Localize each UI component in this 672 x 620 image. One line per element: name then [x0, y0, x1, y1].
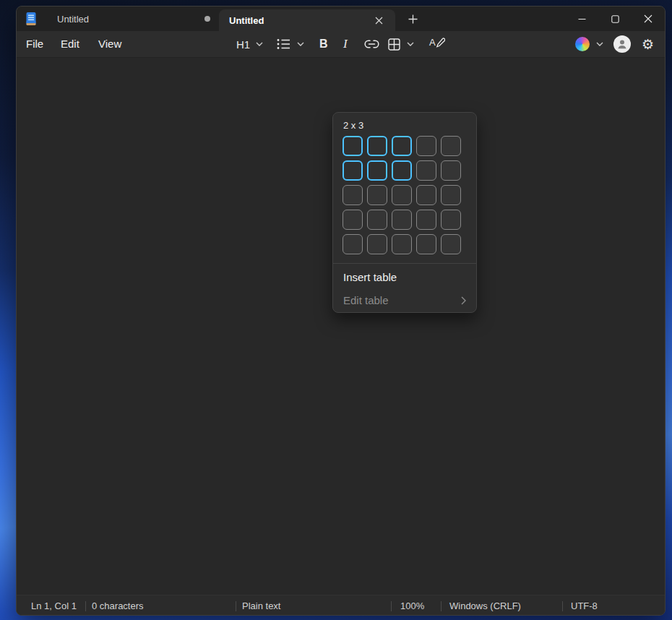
table-size-label: 2 x 3	[343, 120, 363, 131]
status-encoding[interactable]: UTF-8	[571, 595, 598, 616]
status-divider	[85, 601, 86, 611]
dropdown-divider	[333, 263, 476, 264]
close-button[interactable]	[632, 7, 665, 31]
table-size-cell[interactable]	[441, 185, 461, 205]
table-size-cell[interactable]	[416, 185, 436, 205]
bulleted-list-icon	[277, 38, 290, 50]
status-divider	[562, 601, 563, 611]
notepad-window: Untitled Untitled File	[16, 6, 665, 616]
table-size-cell[interactable]	[416, 234, 436, 254]
insert-table-item[interactable]: Insert table	[333, 266, 476, 288]
status-line-ending[interactable]: Windows (CRLF)	[449, 595, 521, 616]
copilot-icon	[575, 37, 590, 51]
link-button[interactable]	[364, 31, 379, 57]
edit-table-label: Edit table	[343, 294, 389, 306]
unsaved-dot-icon	[204, 16, 210, 22]
tab-label: Untitled	[229, 15, 264, 26]
table-size-cell[interactable]	[416, 210, 436, 230]
status-cursor-position: Ln 1, Col 1	[31, 595, 77, 616]
statusbar: Ln 1, Col 1 0 characters Plain text 100%…	[17, 595, 665, 616]
status-zoom-level[interactable]: 100%	[400, 595, 424, 616]
table-size-cell[interactable]	[367, 234, 387, 254]
menu-view[interactable]: View	[98, 31, 121, 57]
table-size-cell[interactable]	[367, 160, 387, 181]
status-character-count: 0 characters	[92, 595, 144, 616]
menu-file[interactable]: File	[26, 31, 43, 57]
copilot-dropdown[interactable]	[575, 31, 603, 57]
user-avatar-icon	[613, 35, 631, 53]
table-size-cell[interactable]	[343, 210, 363, 230]
table-size-cell[interactable]	[367, 136, 387, 156]
table-size-cell[interactable]	[392, 234, 412, 254]
table-size-cell[interactable]	[441, 234, 461, 254]
table-size-cell[interactable]	[343, 234, 363, 254]
chevron-right-icon	[461, 296, 466, 305]
edit-table-item: Edit table	[333, 289, 476, 311]
chevron-down-icon	[407, 42, 414, 46]
status-divider	[391, 601, 392, 611]
tab-untitled-2-active[interactable]: Untitled	[219, 9, 395, 31]
table-size-cell[interactable]	[416, 136, 436, 156]
chevron-down-icon	[297, 42, 304, 46]
status-divider	[441, 601, 441, 611]
list-dropdown[interactable]	[277, 31, 304, 57]
table-size-cell[interactable]	[343, 185, 363, 205]
heading-label: H1	[236, 38, 250, 51]
table-icon	[388, 38, 400, 51]
rewrite-icon: A	[429, 36, 447, 52]
italic-icon: I	[343, 37, 348, 51]
table-size-cell[interactable]	[392, 160, 412, 181]
notepad-app-icon	[24, 12, 38, 26]
maximize-button[interactable]	[598, 7, 632, 31]
settings-button[interactable]: ⚙	[642, 31, 654, 57]
table-dropdown-button[interactable]	[388, 31, 414, 57]
account-button[interactable]	[613, 31, 631, 57]
italic-button[interactable]: I	[343, 31, 348, 57]
table-size-cell[interactable]	[392, 136, 412, 156]
bold-button[interactable]: B	[319, 31, 328, 57]
table-size-cell[interactable]	[441, 160, 461, 181]
table-size-grid	[343, 136, 465, 254]
heading-dropdown[interactable]: H1	[236, 31, 263, 57]
new-tab-button[interactable]	[402, 9, 423, 29]
status-divider	[236, 601, 236, 611]
table-size-cell[interactable]	[367, 210, 387, 230]
status-document-type: Plain text	[242, 595, 280, 616]
table-size-cell[interactable]	[416, 160, 436, 181]
window-controls	[565, 7, 665, 31]
rewrite-button[interactable]: A	[429, 31, 447, 57]
gear-icon: ⚙	[642, 38, 654, 51]
chevron-down-icon	[256, 42, 263, 46]
insert-table-label: Insert table	[343, 271, 397, 283]
text-editor-area[interactable]: 2 x 3 Insert table Edit table	[17, 58, 665, 595]
table-size-cell[interactable]	[392, 210, 412, 230]
table-size-cell[interactable]	[343, 160, 363, 181]
chevron-down-icon	[596, 42, 603, 46]
tab-untitled-1[interactable]: Untitled	[43, 7, 219, 31]
table-size-cell[interactable]	[441, 136, 461, 156]
tab-label: Untitled	[57, 14, 89, 25]
toolbar: File Edit View H1 B I	[17, 31, 665, 58]
table-picker-dropdown: 2 x 3 Insert table Edit table	[332, 112, 477, 313]
link-icon	[364, 40, 379, 48]
table-size-cell[interactable]	[367, 185, 387, 205]
titlebar: Untitled Untitled	[17, 7, 665, 31]
tab-close-icon[interactable]	[371, 12, 387, 28]
table-size-cell[interactable]	[392, 185, 412, 205]
bold-icon: B	[319, 38, 328, 51]
table-size-cell[interactable]	[343, 136, 363, 156]
table-size-cell[interactable]	[441, 210, 461, 230]
minimize-button[interactable]	[565, 7, 598, 31]
menu-edit[interactable]: Edit	[61, 31, 79, 57]
